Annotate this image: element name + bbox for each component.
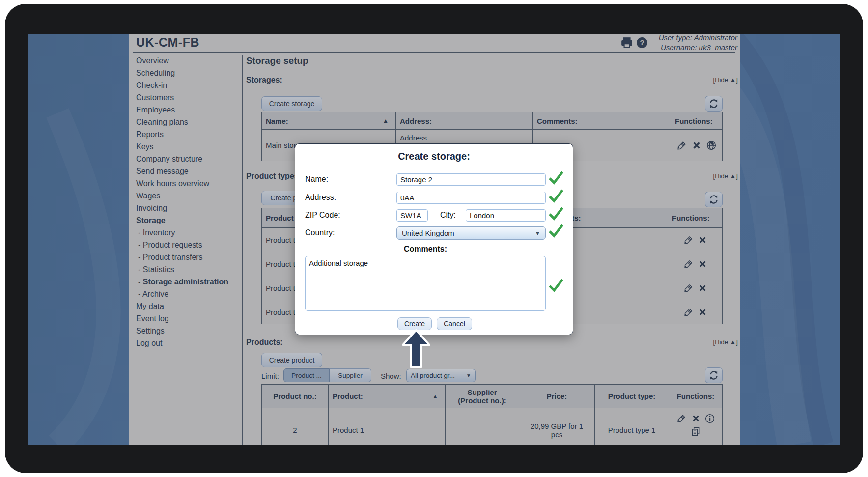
address-input[interactable] xyxy=(396,192,546,204)
address-label: Address: xyxy=(305,193,336,202)
address-valid-check-icon xyxy=(548,188,564,203)
modal-cancel-button[interactable]: Cancel xyxy=(437,317,472,330)
city-input[interactable] xyxy=(466,209,546,222)
dropdown-arrow-icon: ▼ xyxy=(535,230,540,236)
name-valid-check-icon xyxy=(548,170,564,185)
monitor-bezel: UK-CM-FB ? User type: Administrator User… xyxy=(5,4,863,473)
zip-input[interactable] xyxy=(396,209,428,222)
country-dropdown[interactable]: United Kingdom ▼ xyxy=(396,226,546,240)
app-window: UK-CM-FB ? User type: Administrator User… xyxy=(28,34,840,445)
modal-title: Create storage: xyxy=(295,151,573,162)
screenshot-canvas: UK-CM-FB ? User type: Administrator User… xyxy=(0,0,868,477)
comments-valid-check-icon xyxy=(548,278,564,292)
country-valid-check-icon xyxy=(548,223,564,238)
comments-textarea[interactable]: Additional storage xyxy=(305,256,546,311)
zip-valid-check-icon xyxy=(548,206,564,221)
name-input[interactable] xyxy=(396,173,546,186)
city-label: City: xyxy=(440,211,456,220)
country-label: Country: xyxy=(305,228,335,237)
zip-label: ZIP Code: xyxy=(305,211,340,220)
pointer-arrow-icon xyxy=(400,328,432,369)
name-label: Name: xyxy=(305,175,328,184)
create-storage-modal: Create storage: Name: Address: ZIP Code:… xyxy=(295,143,573,335)
comments-label: Comments: xyxy=(305,245,546,253)
